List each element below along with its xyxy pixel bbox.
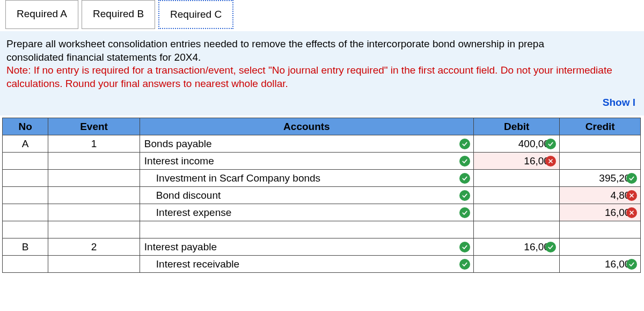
debit-cell[interactable] <box>473 170 560 187</box>
account-cell[interactable]: Interest income <box>140 153 473 170</box>
check-icon <box>545 139 556 149</box>
col-event: Event <box>48 118 140 135</box>
table-row: Bond discount 4,800 <box>3 187 641 204</box>
account-cell[interactable]: Interest receivable <box>140 256 473 273</box>
col-credit: Credit <box>560 118 641 135</box>
cell-no: A <box>3 135 48 153</box>
check-icon <box>459 156 470 167</box>
journal-table: No Event Accounts Debit Credit A 1 Bonds… <box>2 118 641 273</box>
table-row: Investment in Scarf Company bonds 395,20… <box>3 170 641 187</box>
debit-cell[interactable] <box>473 256 560 273</box>
col-debit: Debit <box>473 118 560 135</box>
debit-cell[interactable]: 400,000 <box>473 135 560 153</box>
check-icon <box>459 173 470 184</box>
col-accounts: Accounts <box>140 118 473 135</box>
credit-cell[interactable]: 395,200 <box>560 170 641 187</box>
credit-cell[interactable]: 16,000 <box>560 204 641 221</box>
account-cell[interactable]: Investment in Scarf Company bonds <box>140 170 473 187</box>
credit-cell[interactable] <box>560 135 641 153</box>
check-icon <box>459 259 470 270</box>
table-row: Interest income 16,000 <box>3 153 641 170</box>
table-row: Interest receivable 16,000 <box>3 256 641 273</box>
credit-cell[interactable] <box>560 238 641 256</box>
account-cell[interactable]: Interest payable <box>140 238 473 256</box>
tab-required-c[interactable]: Required C <box>158 0 233 29</box>
check-icon <box>459 242 470 252</box>
check-icon <box>626 173 637 184</box>
check-icon <box>459 139 470 149</box>
check-icon <box>626 259 637 270</box>
table-row: B 2 Interest payable 16,000 <box>3 238 641 256</box>
check-icon <box>459 207 470 218</box>
col-no: No <box>3 118 48 135</box>
credit-cell[interactable]: 4,800 <box>560 187 641 204</box>
table-row <box>3 221 641 238</box>
instruction-text-1: Prepare all worksheet consolidation entr… <box>6 38 544 49</box>
debit-cell[interactable] <box>473 204 560 221</box>
table-row: A 1 Bonds payable 400,000 <box>3 135 641 153</box>
check-icon <box>545 242 556 252</box>
check-icon <box>459 190 470 201</box>
x-icon <box>626 207 637 218</box>
credit-cell[interactable] <box>560 153 641 170</box>
instruction-text-2: consolidated financial statements for 20… <box>6 52 201 63</box>
table-row: Interest expense 16,000 <box>3 204 641 221</box>
credit-cell[interactable]: 16,000 <box>560 256 641 273</box>
instruction-panel: Prepare all worksheet consolidation entr… <box>0 31 644 115</box>
account-cell[interactable]: Bond discount <box>140 187 473 204</box>
show-less-link[interactable]: Show l <box>6 91 638 112</box>
tab-required-a[interactable]: Required A <box>5 0 78 29</box>
x-icon <box>545 156 556 167</box>
debit-cell[interactable] <box>473 187 560 204</box>
debit-cell[interactable]: 16,000 <box>473 153 560 170</box>
instruction-note: Note: If no entry is required for a tran… <box>6 64 612 89</box>
cell-event: 1 <box>48 135 140 153</box>
account-cell[interactable]: Interest expense <box>140 204 473 221</box>
cell-event: 2 <box>48 238 140 256</box>
x-icon <box>626 190 637 201</box>
tab-required-b[interactable]: Required B <box>82 0 155 29</box>
tabs-bar: Required A Required B Required C <box>0 0 644 29</box>
account-cell[interactable]: Bonds payable <box>140 135 473 153</box>
cell-no: B <box>3 238 48 256</box>
debit-cell[interactable]: 16,000 <box>473 238 560 256</box>
